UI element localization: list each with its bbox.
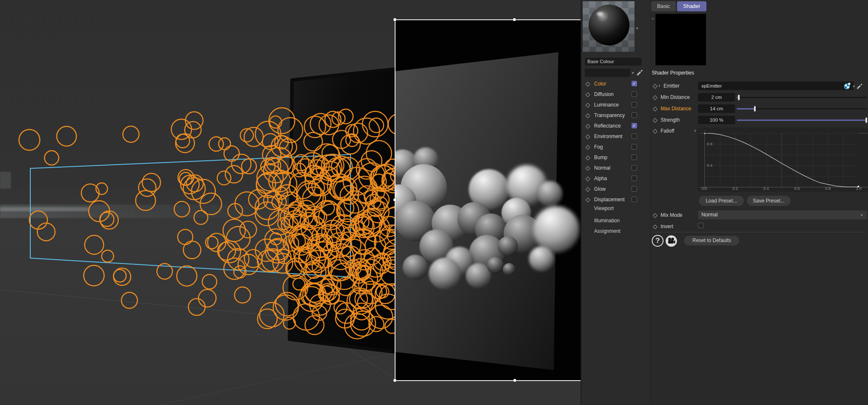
channel-checkbox[interactable]: ✓	[632, 123, 637, 128]
channel-row-alpha[interactable]: Alpha	[581, 173, 651, 184]
emitter-row: › Emitter xpEmitter ▾	[650, 80, 868, 92]
keyframe-diamond[interactable]	[653, 224, 657, 229]
channel-checkbox[interactable]	[632, 112, 637, 118]
channel-label[interactable]: Diffusion	[594, 91, 613, 97]
channel-diamond-icon	[585, 166, 590, 171]
particle-circle	[57, 126, 77, 146]
channel-diamond-icon	[585, 187, 590, 192]
channel-row-normal[interactable]: Normal	[581, 163, 651, 173]
shader-preview[interactable]	[656, 14, 706, 65]
falloff-curve[interactable]	[704, 133, 859, 187]
channel-label[interactable]: Fog	[594, 144, 603, 150]
keyframe-diamond[interactable]	[653, 129, 657, 133]
chevron-down-icon[interactable]: ⌄	[651, 15, 655, 21]
base-colour-field[interactable]: Base Colour	[585, 58, 642, 66]
channel-row-color[interactable]: Color✓	[581, 79, 651, 89]
channel-label[interactable]: Reflectance	[594, 123, 621, 129]
region-resize-handle[interactable]	[393, 198, 396, 201]
channel-label[interactable]: Color	[594, 81, 606, 87]
max-distance-value[interactable]: 14 cm	[698, 104, 735, 113]
channel-label[interactable]: Bump	[594, 155, 607, 160]
mix-mode-dropdown[interactable]: Normal	[698, 210, 867, 219]
channel-row-environment[interactable]: Environment	[581, 131, 651, 142]
falloff-expand-icon[interactable]: ›	[694, 128, 696, 133]
channel-checkbox[interactable]	[632, 155, 637, 160]
channel-checkbox[interactable]	[632, 133, 637, 139]
channel-row-displacement[interactable]: Displacement	[581, 195, 651, 205]
channel-label[interactable]: Transparency	[594, 112, 625, 118]
channel-row-glow[interactable]: Glow	[581, 184, 651, 195]
load-preset-button[interactable]: Load Preset...	[699, 196, 744, 206]
min-distance-value[interactable]: 2 cm	[698, 93, 735, 101]
keyframe-diamond[interactable]	[653, 84, 657, 88]
keyframe-diamond[interactable]	[653, 118, 657, 123]
eyedropper-icon[interactable]	[857, 83, 863, 89]
channel-checkbox[interactable]	[632, 165, 637, 171]
particle-circle	[225, 165, 242, 183]
channel-checkbox[interactable]: ✓	[632, 81, 637, 86]
channel-checkbox[interactable]	[632, 186, 637, 192]
eyedropper-icon[interactable]	[637, 69, 643, 76]
particle-circle	[142, 173, 160, 192]
tab-shader[interactable]: Shader	[677, 1, 706, 11]
render-region[interactable]	[395, 19, 581, 381]
particle-circle	[200, 193, 222, 215]
help-icon[interactable]: ?	[652, 235, 664, 247]
min-distance-slider[interactable]	[737, 97, 867, 98]
channel-row-fog[interactable]: Fog	[581, 142, 651, 152]
shader-name-field[interactable]	[585, 69, 630, 77]
emitter-dropdown-arrow[interactable]: ▾	[853, 84, 855, 88]
channel-diamond-icon	[585, 145, 590, 149]
x-tick-label: 0.2	[733, 186, 738, 191]
expand-arrow-icon[interactable]: ›	[658, 83, 660, 88]
invert-checkbox[interactable]	[698, 223, 703, 228]
strength-slider[interactable]	[737, 120, 867, 121]
keyframe-diamond[interactable]	[653, 95, 657, 100]
render-sphere	[498, 236, 518, 256]
particle-circle	[174, 202, 190, 217]
falloff-curve-plot[interactable]: 0.00.20.40.60.81.00.80.4	[698, 128, 868, 192]
render-sphere	[529, 246, 554, 272]
emitter-link-field[interactable]: xpEmitter	[698, 82, 854, 90]
camera-icon[interactable]	[666, 235, 677, 247]
curve-endpoint[interactable]	[704, 133, 706, 134]
region-resize-handle[interactable]	[393, 18, 396, 21]
channel-checkbox[interactable]	[632, 176, 637, 181]
channel-row-reflectance[interactable]: Reflectance✓	[581, 121, 651, 131]
channel-checkbox[interactable]	[632, 144, 637, 149]
channel-label[interactable]: Luminance	[594, 102, 619, 108]
channel-label[interactable]: Normal	[594, 165, 611, 171]
channel-row-transparency[interactable]: Transparency	[581, 110, 651, 121]
mix-mode-arrow[interactable]: ▾	[861, 213, 863, 217]
section-item-illumination[interactable]: Illumination	[594, 218, 620, 224]
channel-row-luminance[interactable]: Luminance	[581, 100, 651, 110]
preview-size-arrow[interactable]: ▾	[636, 26, 638, 30]
channel-label[interactable]: Alpha	[594, 176, 607, 181]
reset-to-defaults-button[interactable]: Reset to Defaults	[684, 236, 739, 245]
channel-diamond-icon	[585, 103, 590, 107]
keyframe-diamond[interactable]	[653, 213, 657, 218]
channel-label[interactable]: Displacement	[594, 197, 625, 202]
channel-label[interactable]: Glow	[594, 186, 605, 192]
channel-checkbox[interactable]	[632, 197, 637, 202]
region-resize-handle[interactable]	[513, 379, 516, 382]
region-resize-handle[interactable]	[393, 379, 396, 382]
movie-camera-glyph	[666, 235, 677, 247]
mix-mode-row: Mix Mode Normal ▾	[650, 210, 868, 221]
channel-checkbox[interactable]	[632, 91, 637, 97]
keyframe-diamond[interactable]	[653, 107, 657, 111]
channel-row-diffusion[interactable]: Diffusion	[581, 89, 651, 100]
region-resize-handle[interactable]	[513, 18, 516, 21]
shader-dropdown-arrow[interactable]: ▾	[632, 71, 634, 75]
save-preset-button[interactable]: Save Preset...	[747, 196, 791, 206]
max-distance-slider[interactable]	[737, 108, 867, 109]
channel-label[interactable]: Environment	[594, 133, 622, 139]
strength-value[interactable]: 100 %	[698, 116, 735, 124]
section-item-assignment[interactable]: Assignment	[594, 228, 621, 234]
channel-row-bump[interactable]: Bump	[581, 152, 651, 163]
tab-basic[interactable]: Basic	[651, 1, 676, 11]
3d-viewport[interactable]	[0, 0, 581, 405]
section-item-viewport[interactable]: Viewport	[594, 205, 613, 211]
channel-checkbox[interactable]	[632, 102, 637, 107]
material-preview[interactable]	[583, 1, 634, 52]
